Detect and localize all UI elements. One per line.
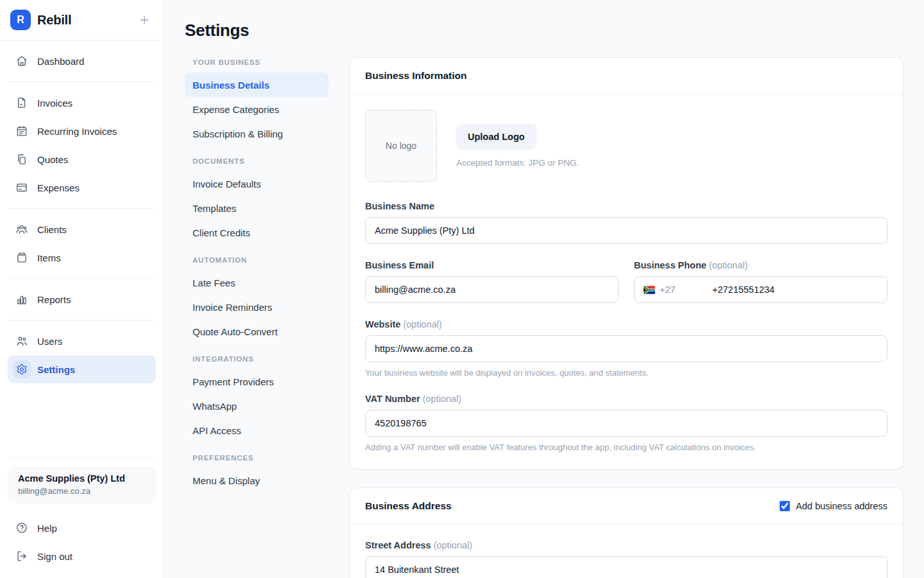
sign-out-button[interactable]: Sign out — [8, 542, 156, 570]
settings-nav-item-quote-auto-convert[interactable]: Quote Auto-Convert — [185, 319, 329, 344]
optional-tag: (optional) — [434, 540, 472, 550]
settings-nav-item-client-credits[interactable]: Client Credits — [185, 220, 329, 245]
sidebar-group-billing: Invoices Recurring Invoices Quotes Expen… — [0, 82, 164, 208]
bar-chart-icon — [13, 290, 31, 308]
archive-box-icon — [13, 249, 31, 267]
sidebar: R Rebill Dashboard Invoices Recurring In… — [0, 0, 164, 578]
optional-tag: (optional) — [423, 394, 461, 404]
vat-helper: Adding a VAT number will enable VAT feat… — [365, 442, 887, 452]
optional-tag: (optional) — [709, 260, 748, 270]
business-information-card: Business Information No logo Upload Logo… — [349, 57, 903, 469]
business-phone-field: +27 — [634, 276, 887, 303]
settings-nav-item-invoice-defaults[interactable]: Invoice Defaults — [185, 171, 329, 196]
settings-nav-heading: YOUR BUSINESS — [185, 58, 329, 66]
calendar-icon — [13, 122, 31, 140]
sidebar-item-quotes[interactable]: Quotes — [8, 145, 156, 173]
sign-out-icon — [13, 547, 31, 565]
settings-nav-item-late-fees[interactable]: Late Fees — [185, 270, 329, 295]
brand-name: Rebill — [37, 13, 71, 28]
upload-formats-hint: Accepted formats: JPG or PNG. — [456, 158, 579, 168]
sidebar-item-clients[interactable]: Clients — [8, 215, 156, 243]
dial-code-selector[interactable]: +27 — [635, 285, 712, 295]
sidebar-item-label: Dashboard — [37, 56, 84, 67]
dial-code: +27 — [660, 285, 676, 295]
settings-nav-item-templates[interactable]: Templates — [185, 196, 329, 220]
sidebar-item-dashboard[interactable]: Dashboard — [8, 47, 156, 75]
sidebar-group-main: Dashboard — [0, 40, 164, 82]
business-address-card: Business Address Add business address St… — [349, 487, 903, 578]
account-name: Acme Supplies (Pty) Ltd — [18, 473, 146, 484]
settings-nav-heading: PREFERENCES — [185, 454, 329, 462]
settings-nav-heading: INTEGRATIONS — [185, 355, 329, 363]
sidebar-item-label: Invoices — [37, 98, 73, 109]
account-card[interactable]: Acme Supplies (Pty) Ltd billing@acme.co.… — [8, 466, 156, 504]
sidebar-item-label: Items — [37, 252, 61, 263]
divider — [8, 457, 156, 458]
business-name-input[interactable] — [365, 217, 887, 244]
account-email: billing@acme.co.za — [18, 486, 146, 496]
sidebar-item-expenses[interactable]: Expenses — [8, 173, 156, 202]
website-helper: Your business website will be displayed … — [365, 368, 887, 378]
sidebar-item-reports[interactable]: Reports — [8, 285, 156, 313]
sidebar-item-items[interactable]: Items — [8, 243, 156, 272]
sidebar-item-label: Clients — [37, 224, 67, 235]
add-new-button[interactable] — [135, 11, 153, 29]
card-title: Business Address — [365, 500, 452, 512]
business-email-input[interactable] — [365, 276, 619, 303]
settings-nav-heading: AUTOMATION — [185, 256, 329, 264]
gear-icon — [13, 360, 31, 378]
sidebar-item-recurring-invoices[interactable]: Recurring Invoices — [8, 117, 156, 145]
add-business-address-label: Add business address — [796, 501, 887, 511]
sidebar-item-label: Users — [37, 336, 62, 347]
credit-card-icon — [13, 179, 31, 197]
sidebar-item-settings[interactable]: Settings — [8, 355, 156, 383]
settings-nav-item-menu-display[interactable]: Menu & Display — [185, 468, 329, 493]
sign-out-label: Sign out — [37, 551, 73, 562]
business-name-label: Business Name — [365, 201, 887, 211]
south-africa-flag-icon — [644, 286, 655, 294]
help-label: Help — [37, 523, 57, 534]
card-title: Business Information — [365, 70, 466, 82]
upload-logo-button[interactable]: Upload Logo — [456, 124, 536, 150]
sidebar-group-contacts: Clients Items — [0, 209, 164, 278]
settings-nav-item-whatsapp[interactable]: WhatsApp — [185, 394, 329, 418]
home-icon — [13, 52, 31, 70]
street-address-label: Street Address (optional) — [365, 540, 887, 550]
vat-number-input[interactable] — [365, 410, 887, 437]
sidebar-item-users[interactable]: Users — [8, 327, 156, 355]
business-phone-label: Business Phone (optional) — [634, 260, 887, 270]
sidebar-item-label: Reports — [37, 294, 71, 305]
settings-nav-heading: DOCUMENTS — [185, 157, 329, 165]
vat-number-label: VAT Number (optional) — [365, 394, 887, 404]
settings-nav-item-subscription-billing[interactable]: Subscription & Billing — [185, 121, 329, 146]
optional-tag: (optional) — [403, 319, 441, 329]
copy-icon — [13, 150, 31, 168]
brand-logo: R — [10, 10, 31, 30]
street-address-input[interactable] — [365, 556, 887, 578]
sidebar-footer: Acme Supplies (Pty) Ltd billing@acme.co.… — [0, 457, 164, 570]
settings-nav-item-api-access[interactable]: API Access — [185, 418, 329, 442]
settings-nav-item-payment-providers[interactable]: Payment Providers — [185, 369, 329, 394]
people-group-icon — [13, 220, 31, 238]
settings-nav-item-business-details[interactable]: Business Details — [185, 73, 329, 97]
page-title: Settings — [185, 21, 903, 40]
help-button[interactable]: Help — [8, 514, 156, 542]
website-input[interactable] — [365, 335, 887, 362]
sidebar-group-admin: Users Settings — [0, 320, 164, 390]
website-label: Website (optional) — [365, 319, 887, 329]
sidebar-group-reports: Reports — [0, 279, 164, 320]
business-email-label: Business Email — [365, 260, 619, 270]
business-phone-input[interactable] — [712, 277, 887, 302]
sidebar-item-label: Expenses — [37, 182, 80, 193]
settings-nav-item-invoice-reminders[interactable]: Invoice Reminders — [185, 295, 329, 319]
users-icon — [13, 332, 31, 350]
brand-header: R Rebill — [0, 0, 164, 40]
sidebar-item-label: Recurring Invoices — [37, 126, 117, 137]
settings-nav-item-expense-categories[interactable]: Expense Categories — [185, 97, 329, 121]
sidebar-item-invoices[interactable]: Invoices — [8, 89, 156, 117]
add-business-address-checkbox[interactable] — [780, 501, 790, 511]
plus-icon — [138, 13, 151, 26]
sidebar-item-label: Quotes — [37, 154, 68, 165]
add-business-address-toggle[interactable]: Add business address — [780, 501, 887, 511]
invoice-icon — [13, 94, 31, 112]
